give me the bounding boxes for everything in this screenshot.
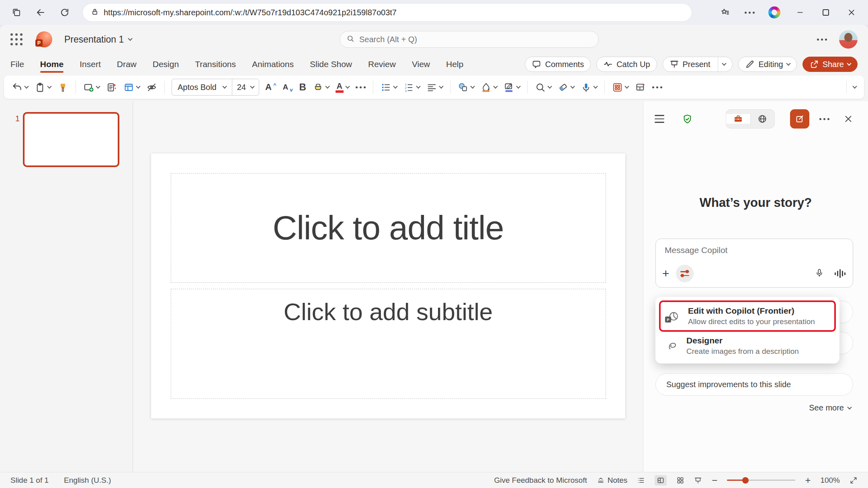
numbering-button[interactable]: 123 [401,79,423,96]
copilot-menu-icon[interactable] [655,111,664,127]
suggestion-pill[interactable]: Suggest improvements to this slide [655,373,853,396]
font-more-button[interactable] [353,79,368,96]
find-button[interactable] [532,79,554,96]
slideshow-view-icon[interactable] [694,476,702,484]
search-input[interactable] [359,35,592,44]
comments-button[interactable]: Comments [525,57,591,72]
shape-outline-button[interactable] [501,79,523,96]
editing-mode-button[interactable]: Editing [738,57,796,72]
header-more-icon[interactable] [817,39,827,41]
tab-insert[interactable]: Insert [80,54,101,75]
layout-button[interactable] [121,79,143,96]
hide-ink-button[interactable] [143,79,160,96]
tab-design[interactable]: Design [153,54,179,75]
tab-review[interactable]: Review [368,54,396,75]
search-box[interactable] [340,31,599,48]
web-mode-tab[interactable] [751,114,775,124]
grow-font-button[interactable]: A^ [262,79,279,96]
app-launcher-icon[interactable] [10,33,23,45]
copilot-more-icon[interactable] [819,111,829,127]
refresh-button[interactable] [59,6,71,18]
format-painter-button[interactable] [55,79,71,96]
ribbon-collapse-button[interactable] [850,79,859,96]
document-title[interactable]: Presentation 1 [64,34,132,45]
language-label[interactable]: English (U.S.) [64,476,111,485]
copilot-message-box[interactable]: + [655,239,853,288]
bullets-button[interactable] [378,79,400,96]
avatar[interactable] [839,30,858,49]
align-button[interactable] [424,79,446,96]
zoom-level-label[interactable]: 100% [820,476,840,485]
slide-count-label[interactable]: Slide 1 of 1 [10,476,49,485]
copilot-close-icon[interactable] [843,111,853,127]
highlighter-button[interactable] [310,79,332,96]
catch-up-button[interactable]: Catch Up [596,57,657,72]
shapes-button[interactable] [455,79,477,96]
zoom-slider-handle[interactable] [742,477,749,484]
shape-fill-button[interactable] [478,79,500,96]
maximize-button[interactable] [820,6,832,18]
tab-animations[interactable]: Animations [252,54,294,75]
menu-item-edit-with-copilot[interactable]: P Edit with Copilot (Frontier) Allow dir… [659,300,836,332]
browser-menu-icon[interactable] [745,12,755,14]
favorites-icon[interactable] [719,6,731,18]
copilot-message-input[interactable] [665,245,844,255]
url-bar[interactable] [83,4,692,21]
zoom-out-button[interactable]: − [712,475,717,486]
zoom-in-button[interactable]: + [805,475,811,486]
tab-view[interactable]: View [412,54,430,75]
tab-transitions[interactable]: Transitions [195,54,236,75]
zoom-slider[interactable] [727,480,795,481]
fit-to-window-icon[interactable] [850,476,858,484]
share-button[interactable]: Share [802,57,858,72]
design-ideas-button[interactable] [609,79,631,96]
minimize-button[interactable] [794,6,806,18]
normal-view-icon[interactable] [655,475,667,486]
toolbar-more-button[interactable] [649,79,665,96]
edge-copilot-icon[interactable] [768,6,780,18]
tab-slide-show[interactable]: Slide Show [310,54,352,75]
work-mode-tab[interactable] [726,114,751,124]
present-dropdown-icon[interactable] [722,61,727,65]
bold-button[interactable]: B [296,79,309,96]
designer-pane-button[interactable] [632,79,649,96]
mic-icon[interactable] [815,268,824,279]
font-name-selector[interactable]: Aptos Bold [172,83,232,92]
outline-view-icon[interactable] [637,476,645,484]
feedback-link[interactable]: Give Feedback to Microsoft [494,476,587,485]
powerpoint-logo[interactable]: P [36,31,52,47]
font-size-selector[interactable]: 24 [232,79,259,95]
url-input[interactable] [104,8,684,17]
eraser-button[interactable] [555,79,577,96]
subtitle-placeholder[interactable]: Click to add subtitle [171,289,606,399]
tab-help[interactable]: Help [446,54,463,75]
menu-item-designer[interactable]: Designer Create images from a descriptio… [659,332,836,360]
svg-text:3: 3 [405,89,407,92]
undo-button[interactable] [9,79,31,96]
present-button[interactable]: Present [663,57,733,72]
tab-file[interactable]: File [10,54,24,75]
paste-button[interactable] [32,79,54,96]
tab-draw[interactable]: Draw [117,54,137,75]
designer-doc-button[interactable] [103,79,120,96]
attach-plus-icon[interactable]: + [662,267,669,280]
new-slide-button[interactable] [80,79,102,96]
back-button[interactable] [35,6,47,18]
tab-overview-icon[interactable] [10,6,23,18]
tab-home[interactable]: Home [40,54,63,75]
close-window-button[interactable] [845,6,858,18]
slide-sorter-icon[interactable] [676,476,684,484]
copilot-mode-toggle[interactable] [726,109,775,129]
title-placeholder[interactable]: Click to add title [171,173,606,283]
slide-thumbnail[interactable] [23,112,119,167]
options-sliders-icon[interactable] [676,265,694,282]
font-color-button[interactable]: A [333,79,352,96]
shrink-font-button[interactable]: Av [280,79,295,96]
see-more-button[interactable]: See more [809,403,851,412]
protected-shield-icon[interactable] [682,111,693,127]
new-chat-button[interactable] [790,109,809,129]
notes-button[interactable]: Notes [597,476,628,485]
slide[interactable]: Click to add title Click to add subtitle [151,153,625,419]
voice-wave-icon[interactable] [835,269,845,278]
dictate-button[interactable] [578,79,600,96]
